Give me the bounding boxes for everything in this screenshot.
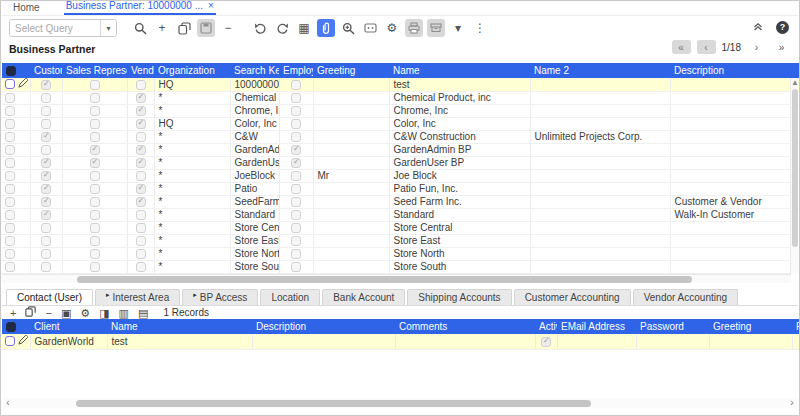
cell-customer[interactable] — [30, 78, 62, 91]
sales_rep-checkbox[interactable] — [90, 184, 100, 194]
cell-search-key[interactable]: Standard — [230, 208, 279, 221]
cell-sales-rep[interactable] — [62, 143, 127, 156]
row-select-checkbox[interactable] — [5, 262, 15, 272]
vendor-checkbox[interactable] — [136, 158, 146, 168]
col-sales-representative[interactable]: Sales Representative — [62, 63, 127, 78]
row-selector-cell[interactable] — [2, 130, 30, 143]
delete-record-icon[interactable]: − — [219, 19, 237, 37]
cell-organization[interactable]: HQ — [154, 78, 230, 91]
table-row[interactable]: *PatioPatio Fun, Inc. — [2, 182, 800, 195]
employee-checkbox[interactable] — [291, 210, 301, 220]
cell-sales-rep[interactable] — [62, 117, 127, 130]
employee-checkbox[interactable] — [291, 184, 301, 194]
detail-new-record-icon[interactable]: + — [10, 307, 16, 319]
cell-customer[interactable] — [30, 195, 62, 208]
print-icon[interactable] — [405, 19, 423, 37]
col-comments[interactable]: Comments — [395, 319, 535, 334]
row-selector-cell[interactable] — [2, 334, 30, 349]
row-selector-cell[interactable] — [2, 182, 30, 195]
vendor-checkbox[interactable] — [136, 223, 146, 233]
cell-description[interactable] — [670, 143, 800, 156]
table-row[interactable]: *Store EastStore East — [2, 234, 800, 247]
table-row[interactable]: *SeedFarmSeed Farm Inc.Customer & Vendor — [2, 195, 800, 208]
cell-employee[interactable] — [279, 208, 313, 221]
cell-sales-rep[interactable] — [62, 78, 127, 91]
cell-client[interactable]: GardenWorld — [30, 334, 107, 349]
customer-checkbox[interactable] — [41, 132, 51, 142]
row-selector-cell[interactable] — [2, 221, 30, 234]
cell-name2[interactable] — [530, 117, 670, 130]
row-select-checkbox[interactable] — [5, 106, 15, 116]
employee-checkbox[interactable] — [291, 249, 301, 259]
cell-greeting[interactable] — [313, 78, 389, 91]
customer-checkbox[interactable] — [41, 262, 51, 272]
cell-customer[interactable] — [30, 221, 62, 234]
cell-sales-rep[interactable] — [62, 234, 127, 247]
cell-sales-rep[interactable] — [62, 182, 127, 195]
table-row[interactable]: *JoeBlockMrJoe Block — [2, 169, 800, 182]
vendor-checkbox[interactable] — [136, 132, 146, 142]
cell-name[interactable]: C&W Construction — [389, 130, 530, 143]
cell-employee[interactable] — [279, 130, 313, 143]
detail-gear-icon[interactable]: ⚙ — [80, 307, 90, 319]
table-row[interactable]: *C&WC&W ConstructionUnlimited Projects C… — [2, 130, 800, 143]
row-selector-cell[interactable] — [2, 104, 30, 117]
refresh-icon[interactable] — [273, 19, 291, 37]
row-selector-cell[interactable] — [2, 117, 30, 130]
cell-description[interactable]: Customer & Vendor — [670, 195, 800, 208]
cell-organization[interactable]: * — [154, 156, 230, 169]
cell-organization[interactable]: * — [154, 208, 230, 221]
col-organization[interactable]: Organization — [154, 63, 230, 78]
edit-row-icon[interactable] — [18, 335, 28, 347]
cell-description[interactable] — [670, 260, 800, 273]
tab-business-partner[interactable]: Business Partner: 10000000 ... × — [64, 0, 216, 15]
col-name[interactable]: Name — [389, 63, 530, 78]
detail-save-icon[interactable]: ▣ — [61, 307, 71, 319]
col-name2[interactable]: Name 2 — [530, 63, 670, 78]
cell-greeting[interactable] — [313, 182, 389, 195]
cell-sales-rep[interactable] — [62, 91, 127, 104]
employee-checkbox[interactable] — [291, 145, 301, 155]
archive-icon[interactable] — [427, 19, 445, 37]
grid-toggle-icon[interactable]: ▦ — [295, 19, 313, 37]
sales_rep-checkbox[interactable] — [90, 132, 100, 142]
cell-sales-rep[interactable] — [62, 156, 127, 169]
row-select-checkbox[interactable] — [5, 236, 15, 246]
main-horizontal-scrollbar[interactable] — [2, 274, 791, 283]
sales_rep-checkbox[interactable] — [90, 93, 100, 103]
cell-name2[interactable] — [530, 234, 670, 247]
cell-organization[interactable]: * — [154, 130, 230, 143]
cell-sales-rep[interactable] — [62, 130, 127, 143]
cell-vendor[interactable] — [127, 156, 154, 169]
cell-name2[interactable] — [530, 260, 670, 273]
cell-description[interactable] — [670, 156, 800, 169]
customer-checkbox[interactable] — [41, 80, 51, 90]
select-query-combo[interactable]: ▾ — [9, 19, 117, 37]
cell-sales-rep[interactable] — [62, 169, 127, 182]
col-search-key[interactable]: Search Key — [230, 63, 279, 78]
toolbar-dropdown-icon[interactable]: ▾ — [449, 19, 467, 37]
cell-sales-rep[interactable] — [62, 247, 127, 260]
cell-description[interactable] — [670, 117, 800, 130]
detail-select-all-checkbox[interactable] — [6, 322, 16, 332]
cell-name[interactable]: Standard — [389, 208, 530, 221]
search-icon[interactable] — [131, 19, 149, 37]
table-row[interactable]: *StandardStandardWalk-In Customer — [2, 208, 800, 221]
table-row[interactable]: *Store SouthStore South — [2, 260, 800, 273]
cell-greeting[interactable] — [313, 234, 389, 247]
col-client[interactable]: Client — [30, 319, 107, 334]
vendor-checkbox[interactable] — [136, 93, 146, 103]
employee-checkbox[interactable] — [291, 223, 301, 233]
cell-greeting[interactable] — [313, 221, 389, 234]
customer-checkbox[interactable] — [41, 223, 51, 233]
cell-description[interactable] — [670, 91, 800, 104]
cell-description[interactable]: Walk-In Customer — [670, 208, 800, 221]
cell-active[interactable] — [535, 334, 557, 349]
sales_rep-checkbox[interactable] — [90, 236, 100, 246]
cell-employee[interactable] — [279, 143, 313, 156]
detail-delete-record-icon[interactable]: − — [45, 307, 51, 319]
vendor-checkbox[interactable] — [136, 184, 146, 194]
cell-search-key[interactable]: Chrome, Inc — [230, 104, 279, 117]
employee-checkbox[interactable] — [291, 197, 301, 207]
table-row[interactable]: HQ10000000test — [2, 78, 800, 91]
